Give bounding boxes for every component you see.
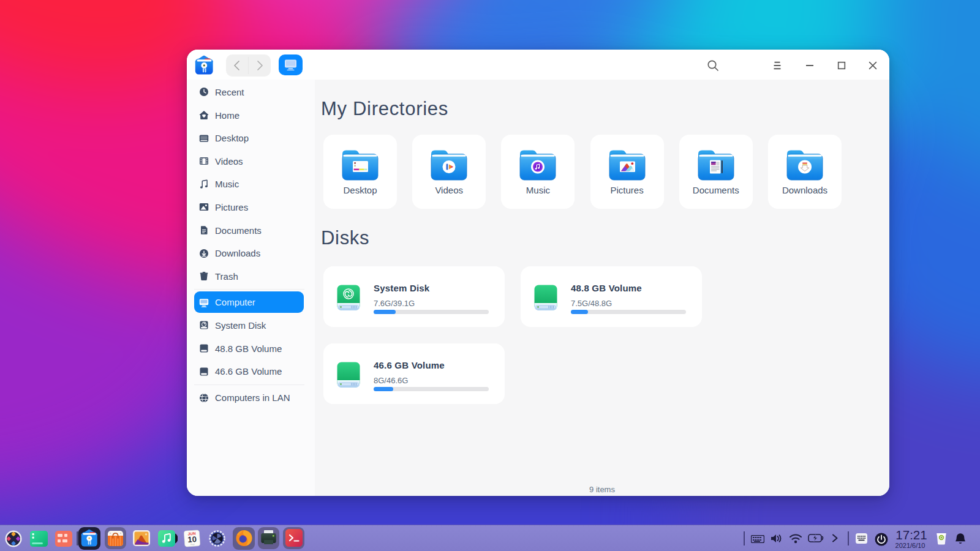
svg-text:Thur: Thur xyxy=(190,543,195,546)
